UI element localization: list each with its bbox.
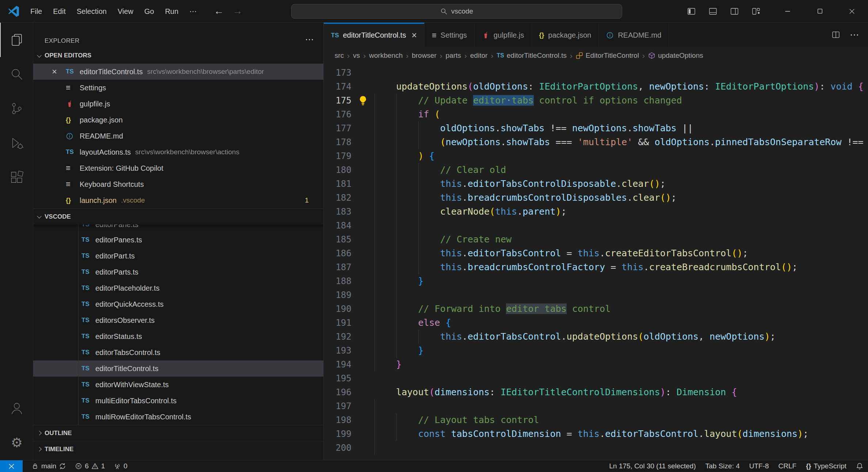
code-line[interactable]: 175 // Update editor·tabs control if opt…	[324, 94, 868, 107]
code-line[interactable]: 192 this.editorTabsControl.updateOptions…	[324, 330, 868, 344]
code-line[interactable]: 198 // Layout tabs control	[324, 413, 868, 427]
layout-custom-icon[interactable]	[751, 7, 761, 15]
tree-item[interactable]: TSeditorPanes.ts	[33, 232, 323, 248]
code-line[interactable]: 190 // Forward into editor tabs control	[324, 302, 868, 316]
breadcrumb-item[interactable]: editor	[470, 52, 488, 60]
code-line[interactable]: 193 }	[324, 344, 868, 358]
status-item[interactable]: Ln 175, Col 30 (11 selected)	[604, 462, 700, 470]
activitybar-search[interactable]	[0, 57, 33, 91]
code-line[interactable]: 181 this.editorTabsControlDisposable.cle…	[324, 177, 868, 191]
breadcrumb-item[interactable]: updateOptions	[648, 52, 703, 60]
open-editors-header[interactable]: OPEN EDITORS	[33, 48, 323, 64]
code-line[interactable]: 200	[324, 441, 868, 455]
close-icon[interactable]: ×	[52, 67, 66, 77]
views-more-actions-icon[interactable]: ⋯	[305, 34, 314, 45]
outline-header[interactable]: OUTLINE	[33, 425, 323, 441]
tab-Settings[interactable]: ≡Settings	[425, 23, 475, 47]
branch-status-item[interactable]: main	[31, 462, 66, 470]
code-line[interactable]: 177 oldOptions.showTabs !== newOptions.s…	[324, 121, 868, 135]
open-editor-item[interactable]: {}package.json	[33, 112, 323, 128]
code-line[interactable]: 178 (newOptions.showTabs === 'multiple' …	[324, 135, 868, 149]
tab-package.json[interactable]: {}package.json	[532, 23, 599, 47]
tree-item[interactable]: TSeditorTitleControl.ts	[33, 360, 323, 377]
activitybar-explorer[interactable]	[0, 23, 33, 57]
language-mode[interactable]: {}TypeScript	[801, 462, 851, 470]
tree-item[interactable]: TSeditorQuickAccess.ts	[33, 296, 323, 312]
activitybar-run-debug[interactable]	[0, 126, 33, 160]
command-center-search[interactable]: vscode	[291, 4, 622, 19]
code-line[interactable]: 174 updateOptions(oldOptions: IEditorPar…	[324, 80, 868, 94]
tab-gulpfile.js[interactable]: gulpfile.js	[475, 23, 532, 47]
tree-item[interactable]: TSeditorWithViewState.ts	[33, 377, 323, 393]
breadcrumb-item[interactable]: parts	[446, 52, 461, 60]
breadcrumb-item[interactable]: TSeditorTitleControl.ts	[497, 52, 567, 60]
open-editor-item[interactable]: ≡Keyboard Shortcuts	[33, 176, 323, 192]
open-editor-item[interactable]: ×TSeditorTitleControl.tssrc\vs\workbench…	[33, 64, 323, 80]
open-editor-item[interactable]: ≡Settings	[33, 80, 323, 96]
tree-item[interactable]: TSeditorPane.ts	[33, 224, 323, 232]
tree-item[interactable]: TSeditorParts.ts	[33, 264, 323, 280]
menu-edit[interactable]: Edit	[47, 0, 71, 23]
open-editor-item[interactable]: README.md	[33, 128, 323, 144]
timeline-header[interactable]: TIMELINE	[33, 441, 323, 457]
tree-item[interactable]: TSmultiEditorTabsControl.ts	[33, 393, 323, 409]
open-editor-item[interactable]: {}launch.json.vscode1	[33, 192, 323, 208]
layout-right-icon[interactable]	[730, 7, 739, 15]
open-editor-item[interactable]: ≡Extension: GitHub Copilot	[33, 160, 323, 176]
tab-editorTitleControl.ts[interactable]: TSeditorTitleControl.ts×	[324, 23, 425, 47]
tab-README.md[interactable]: README.md	[599, 23, 669, 47]
minimize-button[interactable]	[772, 0, 804, 23]
remote-indicator[interactable]	[0, 460, 23, 472]
activitybar-extensions[interactable]	[0, 160, 33, 195]
menu-go[interactable]: Go	[139, 0, 160, 23]
tree-item[interactable]: TSeditorTabsControl.ts	[33, 344, 323, 360]
split-editor-icon[interactable]	[831, 30, 840, 39]
tree-item[interactable]: TSmultiRowEditorTabsControl.ts	[33, 409, 323, 425]
code-line[interactable]: 191 else {	[324, 316, 868, 330]
menu-file[interactable]: File	[25, 0, 47, 23]
maximize-button[interactable]	[804, 0, 836, 23]
menu-run[interactable]: Run	[160, 0, 184, 23]
breadcrumb-item[interactable]: vs	[353, 52, 360, 60]
code-line[interactable]: 185 // Create new	[324, 233, 868, 246]
code-line[interactable]: 189	[324, 288, 868, 302]
tree-item[interactable]: TSeditorPlaceholder.ts	[33, 280, 323, 296]
activitybar-settings-gear[interactable]: ⚙	[0, 426, 33, 460]
code-line[interactable]: 176 if (	[324, 107, 868, 121]
code-line[interactable]: 194 }	[324, 358, 868, 371]
menu-more[interactable]: ⋯	[184, 0, 202, 23]
code-line[interactable]: 173	[324, 66, 868, 80]
menu-view[interactable]: View	[112, 0, 139, 23]
tree-item[interactable]: TSeditorsObserver.ts	[33, 312, 323, 328]
notifications-bell-icon[interactable]	[851, 462, 868, 470]
code-line[interactable]: 182 this.breadcrumbsControlDisposables.c…	[324, 191, 868, 205]
ports-status-item[interactable]: 0	[114, 462, 127, 470]
open-editor-item[interactable]: gulpfile.js	[33, 96, 323, 112]
back-arrow-icon[interactable]: ←	[209, 5, 228, 17]
tree-item[interactable]: TSeditorPart.ts	[33, 248, 323, 264]
breadcrumb-item[interactable]: src	[335, 52, 344, 60]
code-line[interactable]: 184	[324, 219, 868, 233]
code-line[interactable]: 195	[324, 371, 868, 385]
code-line[interactable]: 199 const tabsControlDimension = this.ed…	[324, 427, 868, 441]
layout-sidebar-icon[interactable]	[687, 7, 696, 15]
activitybar-source-control[interactable]	[0, 91, 33, 126]
breadcrumb-item[interactable]: workbench	[369, 52, 403, 60]
tab-close-icon[interactable]: ×	[411, 30, 417, 41]
activitybar-account[interactable]	[0, 391, 33, 426]
code-line[interactable]: 179 ) {	[324, 149, 868, 163]
status-item[interactable]: UTF-8	[745, 462, 774, 470]
status-item[interactable]: CRLF	[774, 462, 802, 470]
code-line[interactable]: 187 this.breadcrumbsControlFactory = thi…	[324, 260, 868, 274]
tree-item[interactable]: TSeditorStatus.ts	[33, 328, 323, 344]
code-editor[interactable]: 173174 updateOptions(oldOptions: IEditor…	[324, 64, 868, 460]
editor-more-actions-icon[interactable]: ⋯	[850, 29, 859, 41]
code-line[interactable]: 196 layout(dimensions: IEditorTitleContr…	[324, 385, 868, 399]
problems-status-item[interactable]: 61	[75, 462, 105, 470]
project-section-header[interactable]: VSCODE	[33, 208, 323, 224]
menu-selection[interactable]: Selection	[71, 0, 112, 23]
close-button[interactable]	[836, 0, 868, 23]
code-line[interactable]: 197	[324, 399, 868, 413]
open-editor-item[interactable]: TSlayoutActions.tssrc\vs\workbench\brows…	[33, 144, 323, 160]
code-line[interactable]: 188 }	[324, 274, 868, 288]
